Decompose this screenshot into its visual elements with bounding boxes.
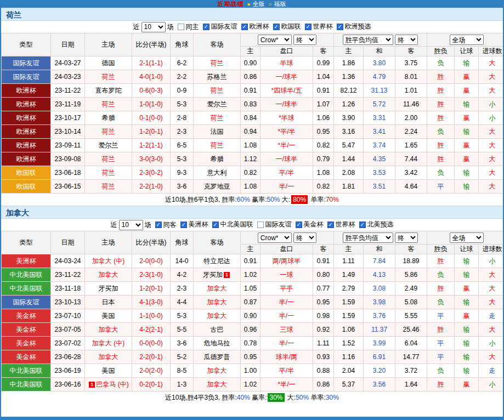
home-team: 荷兰 [85, 98, 132, 111]
league-checkbox[interactable] [203, 24, 209, 30]
odds-source-select[interactable]: Crow* [258, 35, 292, 45]
handicap-result: 输 [455, 254, 479, 268]
handicap-result: 赢 [455, 378, 479, 391]
odds-final-select[interactable]: 终 [293, 232, 316, 243]
match-date: 23-07-02 [51, 337, 85, 350]
league-badge: 中北美国联 [2, 268, 51, 282]
league-filter[interactable]: 中北美国联 [212, 220, 253, 229]
radio-on-icon[interactable]: ● [247, 1, 250, 7]
goals-result: 大 [479, 350, 504, 364]
col-date: 日期 [51, 33, 85, 56]
corner-score: 5-3 [171, 98, 194, 111]
handicap-result: 输 [455, 98, 479, 111]
league-badge: 中北美国联 [2, 378, 51, 391]
avg-type-select[interactable]: 胜平负均值 [343, 232, 393, 243]
handicap-result: 输 [455, 337, 479, 350]
league-filter[interactable]: 国际友谊 [257, 220, 292, 229]
odds-away: 0.95 [313, 296, 334, 309]
checkbox[interactable] [155, 222, 162, 228]
league-checkbox[interactable] [327, 222, 334, 228]
league-badge: 中北美国联 [2, 282, 51, 296]
match-count-select[interactable]: 10 [119, 220, 143, 230]
odds-group-header: Crow* 终 [241, 231, 334, 245]
col-corner: 角球 [171, 33, 194, 56]
scope-select[interactable]: 全场 [450, 232, 484, 243]
league-badge: 美金杯 [2, 309, 51, 323]
league-badge: 欧洲杯 [2, 152, 51, 166]
handicap: 一/球半 [261, 70, 313, 84]
avg-home: 5.47 [334, 139, 364, 152]
league-filter[interactable]: 欧国联 [273, 22, 301, 31]
league-badge: 美洲杯 [2, 254, 51, 268]
league-filter[interactable]: 国际友谊 [203, 22, 237, 31]
match-date: 23-06-16 [51, 378, 85, 391]
avg-away: 4.64 [395, 180, 427, 194]
league-filter[interactable]: 北美预选 [359, 220, 394, 229]
league-checkbox[interactable] [212, 222, 219, 228]
league-checkbox[interactable] [257, 222, 264, 228]
league-checkbox[interactable] [305, 24, 312, 30]
result: 负 [427, 296, 455, 309]
tab-full-version[interactable]: 全版 [253, 1, 265, 7]
handicap-result: 输 [455, 180, 479, 194]
corner-score: 2-3 [171, 282, 194, 296]
result: 负 [427, 56, 455, 70]
league-filters: 美洲杯中北美国联国际友谊美金杯世界杯北美预选 [177, 220, 394, 230]
league-checkbox[interactable] [241, 24, 248, 30]
result: 胜 [427, 84, 455, 98]
col-handicap: 盘口 [261, 47, 313, 56]
col-let: 让球 [455, 245, 479, 254]
odds-home: 0.84 [241, 111, 261, 125]
avg-type-select[interactable]: 胜平负均值 [343, 35, 393, 45]
avg-home: 1.86 [334, 56, 364, 70]
match-row: 国际友谊24-03-27德国2-1(1-1)6-2荷兰0.90半球0.991.8… [2, 56, 504, 70]
league-filter[interactable]: 世界杯 [327, 220, 355, 229]
summary-segment: 近10场,胜6平1负3, 胜率: [165, 196, 237, 203]
handicap-result: 输 [455, 125, 479, 139]
handicap: 球半/两 [261, 350, 313, 364]
same-away-filter[interactable]: 同客 [155, 220, 177, 230]
same-home-filter[interactable]: 同主 [178, 22, 199, 32]
match-score: 2-2(0-1) [132, 350, 171, 364]
league-badge: 欧洲杯 [2, 139, 51, 152]
avg-home: 1.81 [334, 180, 364, 194]
league-badge: 欧洲杯 [2, 125, 51, 139]
summary-segment: 30% [268, 393, 284, 402]
league-filter[interactable]: 欧洲预选 [337, 22, 371, 31]
match-date: 23-10-13 [51, 296, 85, 309]
handicap: 一/球半 [261, 152, 313, 166]
corner-score: 4-4 [171, 296, 194, 309]
avg-home: 5.37 [334, 378, 364, 391]
scope-group-header: 全场 [427, 33, 504, 47]
checkbox[interactable] [178, 24, 184, 30]
league-checkbox[interactable] [273, 24, 280, 30]
odds-source-select[interactable]: Crow* [258, 232, 292, 243]
odds-away: 0.98 [313, 309, 334, 323]
league-checkbox[interactable] [180, 222, 187, 228]
league-checkbox[interactable] [359, 222, 366, 228]
avg-final-select[interactable]: 终 [395, 35, 418, 45]
corner-score: 2-2 [171, 70, 194, 84]
league-filter[interactable]: 世界杯 [305, 22, 333, 31]
tab-fu-version[interactable]: 福版 [274, 1, 286, 7]
league-filter[interactable]: 美洲杯 [180, 220, 208, 229]
avg-away: 7.44 [395, 152, 427, 166]
league-filter[interactable]: 美金杯 [296, 220, 324, 229]
col-result: 胜负 [427, 47, 455, 56]
avg-draw: 3.20 [364, 364, 395, 378]
match-count-select[interactable]: 10 [141, 22, 166, 32]
league-checkbox[interactable] [337, 24, 343, 30]
league-checkbox[interactable] [296, 222, 302, 228]
goals-result: 大 [479, 268, 504, 282]
odds-final-select[interactable]: 终 [293, 35, 316, 45]
avg-final-select[interactable]: 终 [395, 232, 418, 243]
goals-result: 小 [479, 337, 504, 350]
radio-off-icon[interactable]: ○ [269, 1, 272, 7]
scope-select[interactable]: 全场 [450, 35, 484, 45]
handicap-result: 赢 [455, 282, 479, 296]
match-row: 美金杯23-07-05加拿大4-2(2-1)5-5古巴0.96三球0.921.0… [2, 323, 504, 337]
league-filter[interactable]: 欧洲杯 [241, 22, 269, 31]
result: 胜 [427, 111, 455, 125]
avg-away: 5.86 [395, 268, 427, 282]
avg-away: 3.75 [395, 56, 427, 70]
